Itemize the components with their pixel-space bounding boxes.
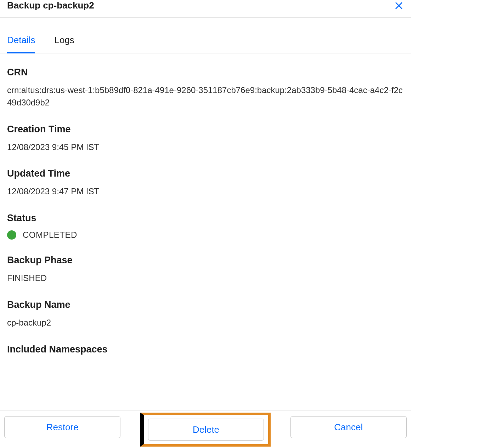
backup-phase-value: FINISHED xyxy=(7,272,404,285)
dialog-panel: Backup cp-backup2 Details Logs CRN crn:a… xyxy=(0,0,411,448)
backup-name-value: cp-backup2 xyxy=(7,317,404,329)
delete-highlight: Delete xyxy=(140,413,270,447)
section-creation-time: Creation Time 12/08/2023 9:45 PM IST xyxy=(7,124,404,154)
included-namespaces-label: Included Namespaces xyxy=(7,344,404,355)
crn-label: CRN xyxy=(7,67,404,78)
dialog-footer: Restore Delete Cancel xyxy=(0,410,411,448)
status-dot-icon xyxy=(7,230,16,240)
section-backup-phase: Backup Phase FINISHED xyxy=(7,255,404,285)
status-value: COMPLETED xyxy=(23,230,77,240)
details-content: CRN crn:altus:drs:us-west-1:b5b89df0-821… xyxy=(0,53,411,410)
tabs: Details Logs xyxy=(0,18,411,53)
status-label: Status xyxy=(7,213,404,224)
close-icon xyxy=(395,1,403,10)
restore-button[interactable]: Restore xyxy=(4,416,120,438)
tab-logs[interactable]: Logs xyxy=(54,35,74,53)
backup-phase-label: Backup Phase xyxy=(7,255,404,266)
status-line: COMPLETED xyxy=(7,230,404,240)
section-backup-name: Backup Name cp-backup2 xyxy=(7,299,404,329)
creation-time-label: Creation Time xyxy=(7,124,404,135)
tab-details[interactable]: Details xyxy=(7,35,35,53)
section-status: Status COMPLETED xyxy=(7,213,404,240)
close-button[interactable] xyxy=(394,1,404,11)
section-updated-time: Updated Time 12/08/2023 9:47 PM IST xyxy=(7,168,404,198)
delete-button[interactable]: Delete xyxy=(148,419,264,441)
crn-value: crn:altus:drs:us-west-1:b5b89df0-821a-49… xyxy=(7,84,404,109)
creation-time-value: 12/08/2023 9:45 PM IST xyxy=(7,141,404,154)
section-crn: CRN crn:altus:drs:us-west-1:b5b89df0-821… xyxy=(7,67,404,109)
updated-time-label: Updated Time xyxy=(7,168,404,179)
updated-time-value: 12/08/2023 9:47 PM IST xyxy=(7,185,404,198)
cancel-button[interactable]: Cancel xyxy=(290,416,407,438)
dialog-title: Backup cp-backup2 xyxy=(7,0,94,11)
section-included-namespaces: Included Namespaces xyxy=(7,344,404,355)
backup-name-label: Backup Name xyxy=(7,299,404,310)
dialog-header: Backup cp-backup2 xyxy=(0,0,411,18)
